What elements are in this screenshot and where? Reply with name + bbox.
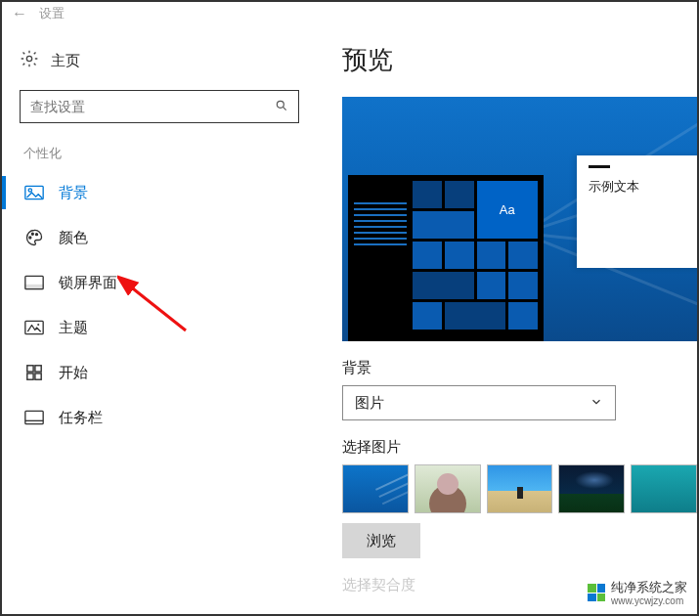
sidebar-item-taskbar[interactable]: 任务栏 xyxy=(14,395,305,440)
taskbar-icon xyxy=(23,410,45,425)
search-input-wrap[interactable] xyxy=(20,90,299,123)
gear-icon xyxy=(20,49,39,72)
svg-point-0 xyxy=(26,56,31,61)
home-button[interactable]: 主页 xyxy=(14,43,305,86)
svg-rect-14 xyxy=(35,374,41,379)
search-icon xyxy=(275,99,288,115)
sidebar-item-label: 锁屏界面 xyxy=(59,274,117,292)
preview-window: 示例文本 xyxy=(577,155,697,268)
back-icon[interactable]: ← xyxy=(12,5,27,22)
titlebar: ← 设置 xyxy=(2,2,697,25)
lockscreen-icon xyxy=(23,275,45,290)
chevron-down-icon xyxy=(590,395,603,412)
palette-icon xyxy=(23,228,45,247)
sidebar-item-label: 主题 xyxy=(59,319,88,337)
svg-point-1 xyxy=(277,101,284,108)
svg-rect-13 xyxy=(27,374,33,379)
search-input[interactable] xyxy=(30,99,275,114)
watermark-brand: 纯净系统之家 xyxy=(611,580,687,594)
preview-sample-text: 示例文本 xyxy=(589,178,692,196)
sidebar: 主页 个性化 背景 颜色 xyxy=(2,25,315,614)
picture-icon xyxy=(23,185,45,200)
titlebar-title: 设置 xyxy=(39,5,65,22)
svg-point-5 xyxy=(29,237,31,239)
watermark-logo-icon xyxy=(588,584,605,601)
background-label: 背景 xyxy=(342,359,697,377)
background-dropdown[interactable]: 图片 xyxy=(342,385,616,420)
svg-rect-9 xyxy=(25,286,43,289)
svg-point-7 xyxy=(36,234,38,236)
category-label: 个性化 xyxy=(23,145,305,162)
sidebar-item-start[interactable]: 开始 xyxy=(14,350,305,395)
picture-thumbnail[interactable] xyxy=(415,464,481,513)
sidebar-item-label: 任务栏 xyxy=(59,409,103,427)
watermark: 纯净系统之家 www.ycwjzy.com xyxy=(584,577,691,608)
picture-thumbnail[interactable] xyxy=(631,464,697,513)
home-label: 主页 xyxy=(51,52,80,70)
preview-heading: 预览 xyxy=(342,43,697,77)
svg-rect-11 xyxy=(27,366,33,372)
main-content: 预览 Aa 示例文本 背景 xyxy=(334,25,697,614)
sidebar-item-background[interactable]: 背景 xyxy=(14,170,305,215)
sidebar-item-themes[interactable]: 主题 xyxy=(14,305,305,350)
svg-rect-12 xyxy=(35,366,41,372)
start-icon xyxy=(23,364,45,381)
picture-thumbnails xyxy=(342,464,697,513)
picture-thumbnail[interactable] xyxy=(487,464,553,513)
choose-picture-label: 选择图片 xyxy=(342,438,697,457)
preview-tile-aa: Aa xyxy=(477,181,539,239)
sidebar-item-label: 颜色 xyxy=(59,229,88,247)
sidebar-item-label: 背景 xyxy=(59,184,88,202)
svg-rect-10 xyxy=(25,321,43,333)
themes-icon xyxy=(23,320,45,335)
watermark-url: www.ycwjzy.com xyxy=(611,596,687,606)
desktop-preview: Aa 示例文本 xyxy=(342,97,697,341)
picture-thumbnail[interactable] xyxy=(342,464,409,513)
picture-thumbnail[interactable] xyxy=(558,464,625,513)
svg-line-2 xyxy=(283,107,285,110)
sidebar-item-colors[interactable]: 颜色 xyxy=(14,215,305,260)
preview-start-menu: Aa xyxy=(348,175,544,341)
sidebar-item-lockscreen[interactable]: 锁屏界面 xyxy=(14,260,305,305)
svg-point-6 xyxy=(31,233,33,235)
dropdown-value: 图片 xyxy=(355,394,384,413)
svg-rect-15 xyxy=(25,411,43,423)
browse-button[interactable]: 浏览 xyxy=(342,523,420,558)
svg-point-4 xyxy=(28,189,31,192)
sidebar-item-label: 开始 xyxy=(59,364,88,382)
